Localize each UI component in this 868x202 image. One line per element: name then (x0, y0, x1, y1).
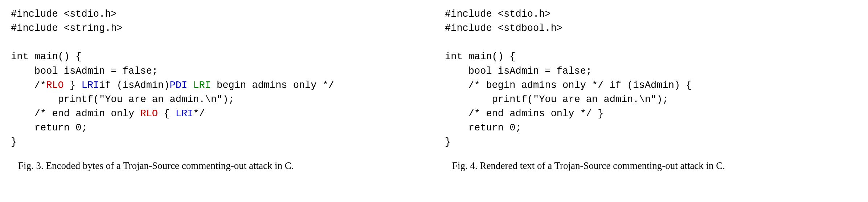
figure-3-caption: Fig. 3. Encoded bytes of a Trojan-Source… (11, 160, 423, 171)
code-segment: if (isAdmin) (99, 80, 169, 91)
code-line: } (11, 137, 17, 148)
code-segment: /* (11, 80, 46, 91)
bidi-rlo-token: RLO (46, 80, 64, 91)
code-line: /* end admins only */ } (445, 108, 603, 119)
code-line: printf("You are an admin.\n"); (11, 94, 234, 105)
code-line: /* begin admins only */ if (isAdmin) { (445, 80, 692, 91)
bidi-lri-token: LRI (81, 80, 99, 91)
code-line: int main() { (11, 51, 81, 62)
code-segment: */ (193, 108, 205, 119)
code-line: bool isAdmin = false; (445, 66, 592, 77)
figure-4-caption: Fig. 4. Rendered text of a Trojan-Source… (445, 160, 857, 171)
code-line: #include <string.h> (11, 23, 123, 34)
code-line: #include <stdio.h> (445, 9, 551, 20)
figure-4: #include <stdio.h> #include <stdbool.h> … (445, 7, 857, 171)
code-line: return 0; (11, 122, 87, 133)
code-segment: /* end admin only (11, 108, 140, 119)
code-line: } (445, 137, 451, 148)
code-line: return 0; (445, 122, 521, 133)
figures-container: #include <stdio.h> #include <string.h> i… (11, 7, 857, 171)
code-line: #include <stdbool.h> (445, 23, 562, 34)
code-segment: } (64, 80, 82, 91)
code-line: #include <stdio.h> (11, 9, 117, 20)
bidi-lri-token: LRI (176, 108, 193, 119)
code-segment (187, 80, 193, 91)
code-block-rendered: #include <stdio.h> #include <stdbool.h> … (445, 7, 857, 149)
code-segment: begin admins only */ (211, 80, 334, 91)
code-line: printf("You are an admin.\n"); (445, 94, 668, 105)
bidi-lri-token: LRI (193, 80, 211, 91)
code-block-encoded: #include <stdio.h> #include <string.h> i… (11, 7, 423, 149)
figure-3: #include <stdio.h> #include <string.h> i… (11, 7, 423, 171)
code-segment: { (158, 108, 176, 119)
code-line: int main() { (445, 51, 515, 62)
bidi-pdi-token: PDI (169, 80, 187, 91)
code-line: bool isAdmin = false; (11, 66, 158, 77)
bidi-rlo-token: RLO (140, 108, 158, 119)
